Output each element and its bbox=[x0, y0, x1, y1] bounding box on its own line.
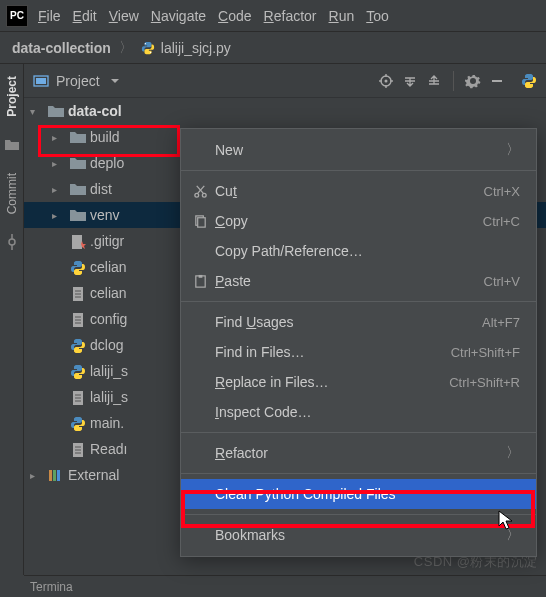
chevron-right-icon[interactable]: ▸ bbox=[52, 184, 66, 195]
context-menu-item[interactable]: Bookmarks〉 bbox=[181, 520, 536, 550]
breadcrumb: data-collection 〉 laliji_sjcj.py bbox=[0, 32, 546, 64]
app-logo: PC bbox=[6, 5, 28, 27]
menu-shortcut: Ctrl+C bbox=[483, 214, 520, 229]
context-menu-item[interactable]: New〉 bbox=[181, 135, 536, 165]
context-menu-item[interactable]: Find in Files…Ctrl+Shift+F bbox=[181, 337, 536, 367]
project-tool-tab[interactable]: Project bbox=[5, 70, 19, 123]
project-panel-title[interactable]: Project bbox=[56, 73, 100, 89]
cut-icon bbox=[193, 184, 215, 199]
svg-point-8 bbox=[385, 79, 388, 82]
breadcrumb-file[interactable]: laliji_sjcj.py bbox=[141, 40, 231, 56]
commit-icon[interactable] bbox=[4, 234, 20, 250]
tree-root-label: data-col bbox=[68, 103, 122, 119]
folder-icon bbox=[48, 104, 64, 118]
svg-point-0 bbox=[144, 42, 145, 43]
external-label: External bbox=[68, 467, 119, 483]
svg-rect-31 bbox=[49, 470, 52, 481]
svg-rect-14 bbox=[72, 235, 82, 249]
menu-shortcut: Ctrl+Shift+R bbox=[449, 375, 520, 390]
tree-item-label: venv bbox=[90, 207, 120, 223]
menu-shortcut: Ctrl+X bbox=[484, 184, 520, 199]
separator bbox=[453, 71, 454, 91]
dropdown-icon[interactable] bbox=[106, 72, 124, 90]
file-icon bbox=[70, 312, 86, 326]
menu-item-label: Paste bbox=[215, 273, 484, 289]
menu-shortcut: Ctrl+V bbox=[484, 274, 520, 289]
menu-refactor[interactable]: Refactor bbox=[258, 5, 323, 27]
expand-all-icon[interactable] bbox=[401, 72, 419, 90]
status-bar: Termina bbox=[24, 575, 546, 597]
menu-code[interactable]: Code bbox=[212, 5, 257, 27]
menu-separator bbox=[181, 432, 536, 433]
menu-item-label: Copy Path/Reference… bbox=[215, 243, 520, 259]
svg-rect-13 bbox=[492, 80, 502, 82]
chevron-down-icon[interactable]: ▾ bbox=[30, 106, 44, 117]
target-icon[interactable] bbox=[377, 72, 395, 90]
menu-view[interactable]: View bbox=[103, 5, 145, 27]
svg-rect-41 bbox=[199, 274, 203, 277]
menu-shortcut: Ctrl+Shift+F bbox=[451, 345, 520, 360]
context-menu: New〉CutCtrl+XCopyCtrl+CCopy Path/Referen… bbox=[180, 128, 537, 557]
terminal-tab[interactable]: Termina bbox=[30, 580, 73, 594]
menu-edit[interactable]: Edit bbox=[67, 5, 103, 27]
main-menubar: PC FileEditViewNavigateCodeRefactorRunTo… bbox=[0, 0, 546, 32]
chevron-right-icon[interactable]: ▸ bbox=[52, 210, 66, 221]
file-icon bbox=[70, 416, 86, 430]
context-menu-item[interactable]: Copy Path/Reference… bbox=[181, 236, 536, 266]
tree-item-label: Readı bbox=[90, 441, 127, 457]
menu-item-label: Clean Python Compiled Files bbox=[215, 486, 520, 502]
tree-item-label: config bbox=[90, 311, 127, 327]
folder-icon bbox=[70, 156, 86, 170]
context-menu-item[interactable]: Find UsagesAlt+F7 bbox=[181, 307, 536, 337]
menu-shortcut: Alt+F7 bbox=[482, 315, 520, 330]
menu-navigate[interactable]: Navigate bbox=[145, 5, 212, 27]
menu-run[interactable]: Run bbox=[323, 5, 361, 27]
menu-item-label: Find in Files… bbox=[215, 344, 451, 360]
tree-root[interactable]: ▾ data-col bbox=[24, 98, 546, 124]
context-menu-item[interactable]: CopyCtrl+C bbox=[181, 206, 536, 236]
file-icon bbox=[70, 234, 86, 248]
collapse-all-icon[interactable] bbox=[425, 72, 443, 90]
tree-item-label: celian bbox=[90, 285, 127, 301]
svg-point-34 bbox=[195, 193, 199, 197]
context-menu-item[interactable]: Refactor〉 bbox=[181, 438, 536, 468]
tree-item-label: laliji_s bbox=[90, 389, 128, 405]
chevron-right-icon[interactable]: ▸ bbox=[30, 470, 44, 481]
context-menu-item[interactable]: CutCtrl+X bbox=[181, 176, 536, 206]
menu-separator bbox=[181, 301, 536, 302]
chevron-right-icon: 〉 bbox=[506, 444, 520, 462]
tree-item-label: main. bbox=[90, 415, 124, 431]
project-view-icon[interactable] bbox=[32, 72, 50, 90]
gear-icon[interactable] bbox=[464, 72, 482, 90]
menu-too[interactable]: Too bbox=[360, 5, 395, 27]
project-panel-header: Project bbox=[24, 64, 546, 98]
chevron-right-icon[interactable]: ▸ bbox=[52, 158, 66, 169]
breadcrumb-project[interactable]: data-collection bbox=[12, 40, 111, 56]
folder-icon bbox=[70, 182, 86, 196]
svg-point-35 bbox=[202, 193, 206, 197]
python-tool-icon[interactable] bbox=[520, 72, 538, 90]
menu-file[interactable]: File bbox=[32, 5, 67, 27]
svg-point-2 bbox=[9, 239, 15, 245]
menu-item-label: Inspect Code… bbox=[215, 404, 520, 420]
tree-item-label: dist bbox=[90, 181, 112, 197]
commit-tool-tab[interactable]: Commit bbox=[5, 167, 19, 220]
context-menu-item[interactable]: Replace in Files…Ctrl+Shift+R bbox=[181, 367, 536, 397]
menu-item-label: Copy bbox=[215, 213, 483, 229]
folder-icon[interactable] bbox=[4, 137, 20, 153]
minimize-icon[interactable] bbox=[488, 72, 506, 90]
menu-item-label: Find Usages bbox=[215, 314, 482, 330]
library-icon bbox=[48, 468, 64, 482]
context-menu-item[interactable]: Inspect Code… bbox=[181, 397, 536, 427]
context-menu-item[interactable]: Clean Python Compiled Files bbox=[181, 479, 536, 509]
menu-item-label: Bookmarks bbox=[215, 527, 506, 543]
context-menu-item[interactable]: PasteCtrl+V bbox=[181, 266, 536, 296]
menu-separator bbox=[181, 514, 536, 515]
svg-rect-6 bbox=[36, 78, 46, 84]
folder-icon bbox=[70, 130, 86, 144]
tree-item-label: deplo bbox=[90, 155, 124, 171]
folder-icon bbox=[70, 208, 86, 222]
tree-item-label: dclog bbox=[90, 337, 123, 353]
chevron-right-icon[interactable]: ▸ bbox=[52, 132, 66, 143]
menu-item-label: Refactor bbox=[215, 445, 506, 461]
